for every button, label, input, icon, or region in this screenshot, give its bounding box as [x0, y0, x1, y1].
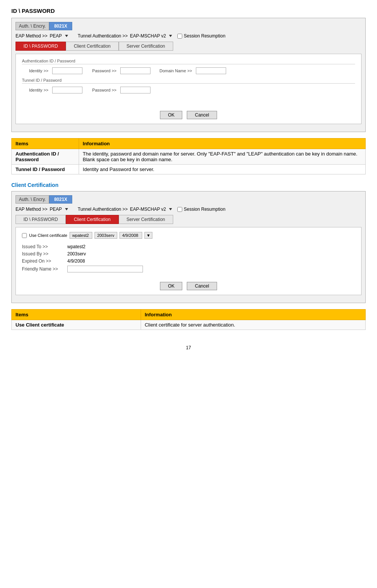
- table2-col1-header: Items: [12, 310, 141, 320]
- auth-id-row: Identity >> Password >> Domain Name >>: [22, 67, 355, 74]
- cert-dropdown-arrow: ▼: [146, 233, 150, 238]
- cert-date: 4/9/2008: [119, 232, 142, 239]
- tab-id-password-1[interactable]: ID \ PASSWORD: [16, 42, 66, 51]
- issued-to-label: Issued To >>: [22, 244, 67, 249]
- issued-by-value: 2003serv: [67, 251, 86, 257]
- badge-8021x-1: 8021X: [49, 22, 72, 30]
- auth-encry-label-1: Auth. \ Encry.: [16, 22, 49, 30]
- table1-row2-info: Identity and Password for server.: [79, 165, 365, 174]
- tab-id-password-2[interactable]: ID \ PASSWORD: [16, 215, 66, 224]
- tunnel-auth-label-1: Tunnel Authentication >>: [78, 33, 128, 39]
- friendly-name-label: Friendly Name >>: [22, 266, 67, 272]
- password-label-2: Password >>: [86, 88, 116, 92]
- cancel-button-1[interactable]: Cancel: [187, 111, 217, 119]
- eap-method-label-2: EAP Method >>: [16, 207, 48, 212]
- page-title-1: ID \ PASSWORD: [11, 8, 366, 14]
- eap-method-value-2: PEAP: [50, 207, 62, 212]
- expired-on-row: Expired On >> 4/9/2008: [22, 258, 355, 264]
- tab-client-cert-2[interactable]: Client Certification: [66, 215, 118, 224]
- tab-row-2: ID \ PASSWORD Client Certification Serve…: [16, 215, 361, 224]
- auth-id-fieldset-label: Authentication ID / Password: [22, 59, 355, 64]
- table-row: Authentication ID / Password The identit…: [12, 149, 366, 165]
- use-client-cert-row: Use Client certificate wpatest2 2003serv…: [22, 232, 355, 239]
- page-number: 17: [11, 345, 366, 350]
- panel-header-1: Auth. \ Encry. 8021X: [16, 22, 361, 30]
- table2-row1-item: Use Client certificate: [12, 320, 141, 330]
- tunnel-id-fieldset-label: Tunnel ID / Password: [22, 78, 355, 84]
- password-input-2[interactable]: [120, 87, 150, 93]
- btn-row-2: OK Cancel: [22, 282, 355, 290]
- session-resumption-checkbox-2[interactable]: [177, 207, 182, 212]
- password-label-1: Password >>: [86, 68, 116, 73]
- eap-method-dropdown-arrow-2[interactable]: [65, 208, 68, 210]
- friendly-name-input[interactable]: [67, 266, 143, 272]
- btn-row-1: OK Cancel: [22, 111, 355, 119]
- identity-label-2: Identity >>: [22, 88, 48, 92]
- section-title-client-cert: Client Certification: [11, 182, 366, 188]
- eap-method-dropdown-arrow-1[interactable]: [65, 35, 68, 37]
- tunnel-auth-label-2: Tunnel Authentication >>: [78, 207, 128, 212]
- panel-client-cert: Auth. \ Encry. 8021X EAP Method >> PEAP …: [11, 191, 366, 303]
- session-resumption-group-2: Session Resumption: [177, 207, 225, 212]
- use-client-cert-checkbox[interactable]: [22, 233, 27, 238]
- friendly-name-row: Friendly Name >>: [22, 266, 355, 272]
- info-table-2: Items Information Use Client certificate…: [11, 309, 366, 330]
- panel-header-2: Auth. \ Encry. 8021X: [16, 195, 361, 204]
- identity-input-2[interactable]: [52, 87, 82, 93]
- tab-server-cert-1[interactable]: Server Certification: [119, 42, 173, 51]
- identity-input-1[interactable]: [52, 67, 82, 74]
- table1-row1-info: The identity, password and domain name f…: [79, 149, 365, 165]
- session-resumption-checkbox-1[interactable]: [177, 34, 182, 39]
- use-client-cert-label: Use Client certificate: [29, 233, 67, 238]
- tunnel-auth-dropdown-arrow-2[interactable]: [169, 208, 172, 210]
- tab-row-1: ID \ PASSWORD Client Certification Serve…: [16, 42, 361, 51]
- expired-on-value: 4/9/2008: [67, 258, 85, 264]
- tunnel-auth-dropdown-arrow-1[interactable]: [169, 35, 172, 37]
- tab-client-cert-1[interactable]: Client Certification: [66, 42, 118, 51]
- info-table-1: Items Information Authentication ID / Pa…: [11, 138, 366, 174]
- session-resumption-label-1: Session Resumption: [184, 33, 225, 39]
- badge-8021x-2: 8021X: [49, 195, 72, 204]
- panel-id-password: Auth. \ Encry. 8021X EAP Method >> PEAP …: [11, 18, 366, 132]
- table1-col2-header: Information: [79, 138, 365, 149]
- eap-tunnel-row-1: EAP Method >> PEAP Tunnel Authentication…: [16, 33, 361, 39]
- inner-panel-2: Use Client certificate wpatest2 2003serv…: [16, 227, 361, 295]
- table2-col2-header: Information: [141, 310, 365, 320]
- cancel-button-2[interactable]: Cancel: [187, 282, 217, 290]
- table-row: Tunnel ID / Password Identity and Passwo…: [12, 165, 366, 174]
- identity-label-1: Identity >>: [22, 68, 48, 73]
- issued-by-label: Issued By >>: [22, 251, 67, 257]
- cert-name-2: 2003serv: [95, 232, 117, 239]
- expired-on-label: Expired On >>: [22, 258, 67, 264]
- issued-to-value: wpatest2: [67, 244, 85, 249]
- table2-row1-info: Client certificate for server authentica…: [141, 320, 365, 330]
- eap-tunnel-row-2: EAP Method >> PEAP Tunnel Authentication…: [16, 207, 361, 212]
- inner-panel-1: Authentication ID / Password Identity >>…: [16, 54, 361, 124]
- issued-to-row: Issued To >> wpatest2: [22, 244, 355, 249]
- tunnel-auth-value-1: EAP-MSCHAP v2: [130, 33, 166, 39]
- tunnel-auth-value-2: EAP-MSCHAP v2: [130, 207, 166, 212]
- issued-by-row: Issued By >> 2003serv: [22, 251, 355, 257]
- session-resumption-group-1: Session Resumption: [177, 33, 225, 39]
- session-resumption-label-2: Session Resumption: [184, 207, 225, 212]
- table-row: Use Client certificate Client certificat…: [12, 320, 366, 330]
- table1-col1-header: Items: [12, 138, 79, 149]
- ok-button-2[interactable]: OK: [160, 282, 182, 290]
- domain-label: Domain Name >>: [154, 68, 192, 73]
- table1-row2-item: Tunnel ID / Password: [12, 165, 79, 174]
- cert-dropdown[interactable]: ▼: [144, 232, 152, 239]
- cert-name-1: wpatest2: [70, 232, 92, 239]
- ok-button-1[interactable]: OK: [160, 111, 182, 119]
- auth-encry-label-2: Auth. \ Encry.: [16, 195, 49, 204]
- tab-server-cert-2[interactable]: Server Certification: [119, 215, 173, 224]
- tunnel-id-row: Identity >> Password >>: [22, 87, 355, 93]
- domain-input[interactable]: [196, 67, 226, 74]
- password-input-1[interactable]: [120, 67, 150, 74]
- eap-method-label-1: EAP Method >>: [16, 33, 48, 39]
- table1-row1-item: Authentication ID / Password: [12, 149, 79, 165]
- eap-method-value-1: PEAP: [50, 33, 62, 39]
